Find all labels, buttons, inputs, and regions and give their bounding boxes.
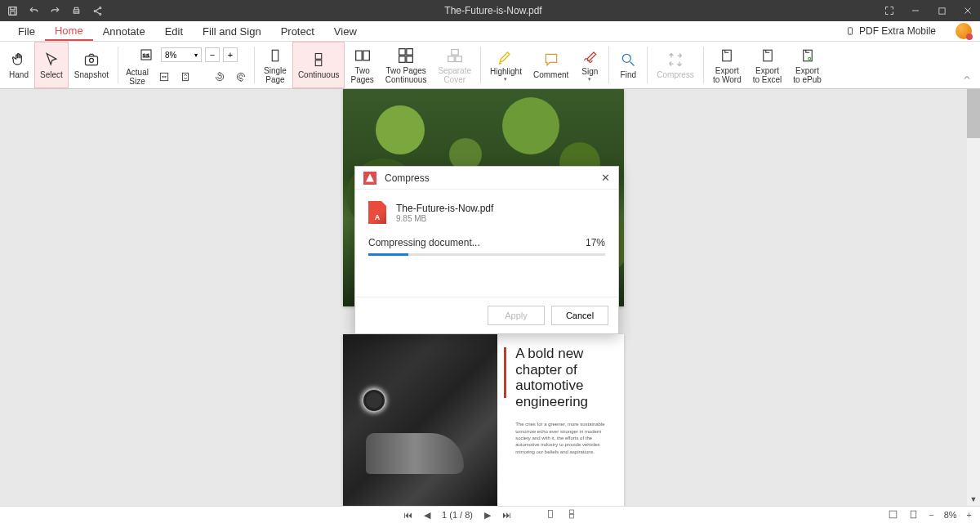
svg-rect-25 <box>399 56 406 62</box>
scroll-down-icon[interactable]: ▼ <box>967 493 980 506</box>
dialog-file-name: The-Future-is-Now.pdf <box>396 203 493 214</box>
user-avatar[interactable] <box>956 23 972 39</box>
rotate-right-icon[interactable] <box>234 70 247 83</box>
fit-width-icon[interactable] <box>158 70 171 83</box>
article-body: The cries for a greener, more sustainabl… <box>515 421 612 455</box>
zoom-in-button[interactable]: + <box>223 47 238 62</box>
svg-line-31 <box>630 62 635 66</box>
pdf-file-icon <box>368 201 386 224</box>
maximize-icon[interactable] <box>936 5 947 16</box>
svg-rect-33 <box>763 50 772 61</box>
comment-button[interactable]: Comment <box>528 42 574 88</box>
select-tool[interactable]: Select <box>34 42 69 88</box>
fullscreen-icon[interactable] <box>884 5 895 16</box>
svg-rect-12 <box>85 56 97 65</box>
svg-rect-24 <box>407 48 413 54</box>
dialog-close-icon[interactable]: ✕ <box>601 172 610 184</box>
menu-edit[interactable]: Edit <box>155 23 193 40</box>
fit-page-icon[interactable] <box>179 70 192 83</box>
menu-home[interactable]: Home <box>45 22 93 41</box>
article-heading: A bold new chapter of automotive enginee… <box>515 346 612 409</box>
two-pages-button[interactable]: TwoPages <box>345 42 379 88</box>
continuous-button[interactable]: Continuous <box>292 42 345 88</box>
apply-button: Apply <box>488 306 545 325</box>
export-excel-button[interactable]: Exportto Excel <box>747 42 788 88</box>
actual-size-label: ActualSize <box>125 68 149 86</box>
separate-cover-button: SeparateCover <box>432 42 477 88</box>
compress-percent: 17% <box>586 237 605 248</box>
svg-rect-19 <box>315 54 322 60</box>
menu-view[interactable]: View <box>324 23 367 40</box>
continuous-view-icon[interactable] <box>567 508 577 521</box>
sign-button[interactable]: Sign ▾ <box>574 42 605 88</box>
article-block: A bold new chapter of automotive enginee… <box>497 334 624 506</box>
ribbon-toolbar: Hand Select Snapshot 1:1 8%▾ − + ActualS… <box>0 42 980 89</box>
svg-point-30 <box>623 54 631 62</box>
svg-rect-29 <box>456 56 462 61</box>
export-word-button[interactable]: Exportto Word <box>707 42 747 88</box>
svg-point-35 <box>808 57 810 60</box>
rotate-left-icon[interactable] <box>213 70 226 83</box>
share-icon[interactable] <box>91 5 103 16</box>
two-pages-continuous-button[interactable]: Two PagesContinuous <box>380 42 433 88</box>
progress-fill <box>368 253 408 256</box>
zoom-combo[interactable]: 8%▾ <box>161 47 202 62</box>
svg-rect-23 <box>399 48 406 54</box>
last-page-icon[interactable]: ⏭ <box>502 510 511 520</box>
svg-rect-27 <box>452 49 458 55</box>
scroll-thumb[interactable] <box>967 89 980 138</box>
svg-rect-1 <box>10 11 14 15</box>
svg-rect-40 <box>911 511 916 518</box>
hand-tool[interactable]: Hand <box>3 42 34 88</box>
vertical-scrollbar[interactable]: ▲ ▼ <box>967 89 980 506</box>
pdf-extra-mobile-link[interactable]: PDF Extra Mobile <box>836 25 946 37</box>
menu-protect[interactable]: Protect <box>271 23 324 40</box>
svg-rect-20 <box>315 60 322 66</box>
undo-icon[interactable] <box>28 5 39 16</box>
title-bar: The-Future-is-Now.pdf <box>0 0 980 21</box>
svg-rect-26 <box>407 56 413 62</box>
print-icon[interactable] <box>70 5 82 16</box>
collapse-ribbon-icon[interactable] <box>962 73 972 85</box>
svg-rect-7 <box>938 7 944 13</box>
menu-file[interactable]: File <box>8 23 45 40</box>
svg-point-5 <box>99 13 100 15</box>
next-page-icon[interactable]: ▶ <box>484 510 491 521</box>
svg-rect-37 <box>569 510 573 514</box>
svg-rect-38 <box>569 515 573 519</box>
zoom-out-status[interactable]: − <box>929 510 933 520</box>
accent-bar <box>504 347 506 398</box>
window-title: The-Future-is-Now.pdf <box>103 5 884 16</box>
phone-icon <box>846 25 854 37</box>
dialog-file-size: 9.85 MB <box>396 214 493 223</box>
save-icon[interactable] <box>7 5 18 16</box>
fit-page-status-icon[interactable] <box>908 509 919 521</box>
page-2: A bold new chapter of automotive enginee… <box>343 334 624 506</box>
progress-bar <box>368 253 605 256</box>
svg-point-3 <box>99 7 100 8</box>
highlight-button[interactable]: Highlight ▾ <box>484 42 528 88</box>
svg-rect-22 <box>363 51 369 60</box>
first-page-icon[interactable]: ⏮ <box>403 510 412 520</box>
cancel-button[interactable]: Cancel <box>551 306 608 325</box>
menu-fill-sign[interactable]: Fill and Sign <box>193 23 271 40</box>
single-view-icon[interactable] <box>546 508 555 521</box>
zoom-in-status[interactable]: + <box>967 510 972 520</box>
snapshot-tool[interactable]: Snapshot <box>69 42 114 88</box>
find-button[interactable]: Find <box>612 42 644 88</box>
menu-annotate[interactable]: Annotate <box>93 23 155 40</box>
svg-point-4 <box>94 10 96 11</box>
actual-size-button[interactable]: 1:1 <box>135 45 158 65</box>
svg-rect-18 <box>272 50 278 61</box>
prev-page-icon[interactable]: ◀ <box>424 510 430 521</box>
close-icon[interactable] <box>962 5 973 16</box>
single-page-button[interactable]: SinglePage <box>258 42 292 88</box>
redo-icon[interactable] <box>49 5 60 16</box>
minimize-icon[interactable] <box>910 5 921 16</box>
fit-width-status-icon[interactable] <box>888 509 898 521</box>
svg-rect-2 <box>74 9 79 12</box>
svg-rect-28 <box>448 56 454 61</box>
zoom-out-button[interactable]: − <box>205 47 220 62</box>
svg-rect-36 <box>548 511 552 518</box>
export-epub-button[interactable]: Exportto ePub <box>787 42 826 88</box>
